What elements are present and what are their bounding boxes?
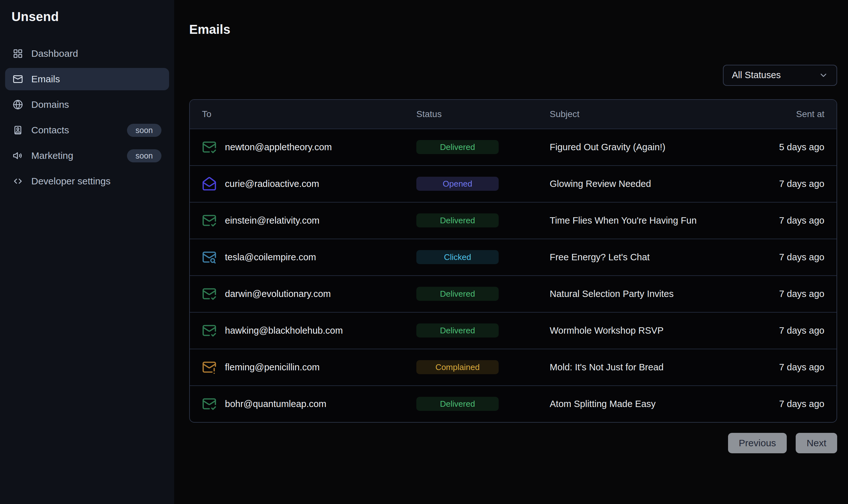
- mail-check-icon: [202, 140, 217, 155]
- status-badge: Delivered: [416, 140, 499, 154]
- recipient-email: bohr@quantumleap.com: [225, 399, 326, 409]
- status-filter-dropdown[interactable]: All Statuses: [723, 65, 837, 86]
- chevron-down-icon: [819, 71, 828, 80]
- next-button[interactable]: Next: [796, 433, 837, 453]
- table-row[interactable]: newton@appletheory.com Delivered Figured…: [190, 129, 836, 165]
- sent-at: 5 days ago: [740, 142, 824, 152]
- column-header-sent-at: Sent at: [740, 109, 824, 119]
- toolbar: All Statuses: [189, 65, 837, 86]
- status-badge: Clicked: [416, 250, 499, 264]
- dashboard-icon: [13, 49, 23, 59]
- email-subject: Natural Selection Party Invites: [550, 289, 740, 299]
- sent-at: 7 days ago: [740, 179, 824, 189]
- code-icon: [13, 176, 23, 186]
- mail-check-icon: [202, 286, 217, 301]
- previous-button[interactable]: Previous: [728, 433, 787, 453]
- column-header-status: Status: [416, 109, 550, 119]
- sidebar-item-label: Domains: [31, 99, 161, 110]
- sidebar-item-label: Marketing: [31, 150, 119, 161]
- mail-check-icon: [202, 396, 217, 411]
- recipient-email: hawking@blackholehub.com: [225, 325, 343, 336]
- status-badge: Complained: [416, 360, 499, 374]
- mail-icon: [13, 74, 23, 84]
- mail-warning-icon: [202, 360, 217, 375]
- email-subject: Time Flies When You're Having Fun: [550, 215, 740, 226]
- sidebar-item-label: Contacts: [31, 125, 119, 136]
- pagination: Previous Next: [189, 433, 837, 453]
- status-badge: Opened: [416, 177, 499, 191]
- status-badge: Delivered: [416, 323, 499, 338]
- status-badge: Delivered: [416, 397, 499, 411]
- recipient-email: darwin@evolutionary.com: [225, 289, 331, 299]
- sidebar-item-contacts[interactable]: Contacts soon: [5, 119, 169, 141]
- sidebar-item-label: Dashboard: [31, 48, 161, 59]
- recipient-email: fleming@penicillin.com: [225, 362, 320, 373]
- email-subject: Glowing Review Needed: [550, 179, 740, 189]
- table-row[interactable]: darwin@evolutionary.com Delivered Natura…: [190, 275, 836, 312]
- table-row[interactable]: hawking@blackholehub.com Delivered Wormh…: [190, 312, 836, 349]
- sent-at: 7 days ago: [740, 252, 824, 263]
- recipient-email: curie@radioactive.com: [225, 179, 319, 189]
- recipient-email: newton@appletheory.com: [225, 142, 332, 152]
- sidebar-item-label: Emails: [31, 74, 161, 85]
- mail-check-icon: [202, 213, 217, 228]
- mail-check-icon: [202, 323, 217, 338]
- table-row[interactable]: einstein@relativity.com Delivered Time F…: [190, 202, 836, 239]
- emails-table: To Status Subject Sent at newton@appleth…: [189, 99, 837, 422]
- mail-search-icon: [202, 250, 217, 265]
- sidebar: Unsend Dashboard Emails Domains: [0, 0, 174, 504]
- mail-open-icon: [202, 176, 217, 191]
- column-header-to: To: [202, 109, 416, 119]
- email-subject: Mold: It's Not Just for Bread: [550, 362, 740, 373]
- app-logo: Unsend: [5, 10, 169, 24]
- sidebar-item-domains[interactable]: Domains: [5, 93, 169, 116]
- table-row[interactable]: tesla@coilempire.com Clicked Free Energy…: [190, 239, 836, 275]
- recipient-email: tesla@coilempire.com: [225, 252, 316, 263]
- table-row[interactable]: fleming@penicillin.com Complained Mold: …: [190, 349, 836, 385]
- email-subject: Atom Splitting Made Easy: [550, 399, 740, 409]
- main-content: Emails All Statuses To Status Subject Se…: [174, 0, 848, 504]
- status-badge: Delivered: [416, 287, 499, 301]
- page-title: Emails: [189, 22, 837, 37]
- contact-book-icon: [13, 125, 23, 135]
- table-header-row: To Status Subject Sent at: [190, 100, 836, 129]
- sent-at: 7 days ago: [740, 215, 824, 226]
- table-row[interactable]: bohr@quantumleap.com Delivered Atom Spli…: [190, 385, 836, 422]
- status-filter-value: All Statuses: [732, 70, 781, 80]
- email-subject: Wormhole Workshop RSVP: [550, 325, 740, 336]
- status-badge: Delivered: [416, 213, 499, 228]
- table-row[interactable]: curie@radioactive.com Opened Glowing Rev…: [190, 165, 836, 202]
- sidebar-item-dashboard[interactable]: Dashboard: [5, 42, 169, 65]
- sidebar-item-emails[interactable]: Emails: [5, 68, 169, 90]
- sent-at: 7 days ago: [740, 289, 824, 299]
- sidebar-item-marketing[interactable]: Marketing soon: [5, 144, 169, 167]
- globe-icon: [13, 100, 23, 110]
- recipient-email: einstein@relativity.com: [225, 215, 319, 226]
- email-subject: Figured Out Gravity (Again!): [550, 142, 740, 152]
- email-subject: Free Energy? Let's Chat: [550, 252, 740, 263]
- sent-at: 7 days ago: [740, 325, 824, 336]
- column-header-subject: Subject: [550, 109, 740, 119]
- sidebar-item-label: Developer settings: [31, 176, 161, 186]
- sent-at: 7 days ago: [740, 362, 824, 373]
- soon-badge: soon: [127, 149, 161, 162]
- soon-badge: soon: [127, 124, 161, 137]
- sidebar-item-developer-settings[interactable]: Developer settings: [5, 170, 169, 192]
- sidebar-nav: Dashboard Emails Domains Contacts soon: [5, 42, 169, 192]
- megaphone-icon: [13, 150, 23, 161]
- sent-at: 7 days ago: [740, 399, 824, 409]
